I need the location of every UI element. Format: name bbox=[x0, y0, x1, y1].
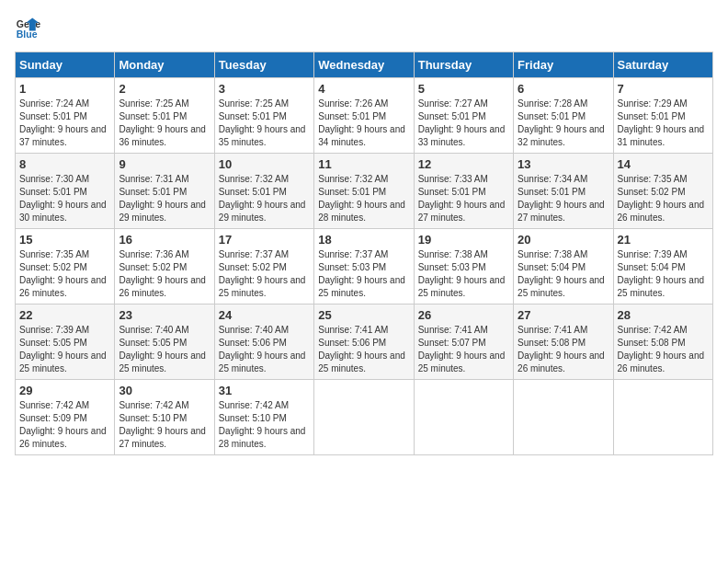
day-number: 17 bbox=[219, 233, 310, 247]
day-number: 24 bbox=[219, 308, 310, 322]
calendar-day-cell: 19 Sunrise: 7:38 AM Sunset: 5:03 PM Dayl… bbox=[414, 229, 513, 304]
day-number: 16 bbox=[119, 233, 210, 247]
weekday-header: Monday bbox=[115, 52, 214, 78]
calendar-day-cell: 22 Sunrise: 7:39 AM Sunset: 5:05 PM Dayl… bbox=[16, 304, 115, 380]
day-number: 21 bbox=[618, 233, 709, 247]
day-number: 27 bbox=[518, 308, 609, 322]
day-info: Sunrise: 7:28 AM Sunset: 5:01 PM Dayligh… bbox=[518, 98, 609, 149]
day-info: Sunrise: 7:24 AM Sunset: 5:01 PM Dayligh… bbox=[19, 98, 110, 149]
day-number: 12 bbox=[418, 157, 509, 171]
day-info: Sunrise: 7:32 AM Sunset: 5:01 PM Dayligh… bbox=[219, 173, 310, 224]
calendar-day-cell: 10 Sunrise: 7:32 AM Sunset: 5:01 PM Dayl… bbox=[214, 154, 313, 229]
calendar-day-cell: 27 Sunrise: 7:41 AM Sunset: 5:08 PM Dayl… bbox=[514, 304, 613, 380]
day-info: Sunrise: 7:38 AM Sunset: 5:04 PM Dayligh… bbox=[518, 248, 609, 300]
calendar-day-cell: 21 Sunrise: 7:39 AM Sunset: 5:04 PM Dayl… bbox=[613, 229, 712, 304]
weekday-header: Thursday bbox=[414, 52, 513, 78]
calendar-day-cell: 8 Sunrise: 7:30 AM Sunset: 5:01 PM Dayli… bbox=[16, 154, 115, 229]
calendar-day-cell: 31 Sunrise: 7:42 AM Sunset: 5:10 PM Dayl… bbox=[214, 380, 313, 455]
calendar-table: SundayMondayTuesdayWednesdayThursdayFrid… bbox=[15, 52, 713, 455]
calendar-day-cell: 4 Sunrise: 7:26 AM Sunset: 5:01 PM Dayli… bbox=[314, 78, 414, 154]
calendar-day-cell: 17 Sunrise: 7:37 AM Sunset: 5:02 PM Dayl… bbox=[214, 229, 313, 304]
calendar-day-cell: 23 Sunrise: 7:40 AM Sunset: 5:05 PM Dayl… bbox=[115, 304, 214, 380]
day-number: 9 bbox=[119, 157, 210, 171]
day-info: Sunrise: 7:41 AM Sunset: 5:06 PM Dayligh… bbox=[318, 324, 409, 375]
calendar-day-cell bbox=[514, 380, 613, 455]
calendar-day-cell: 6 Sunrise: 7:28 AM Sunset: 5:01 PM Dayli… bbox=[514, 78, 613, 154]
day-info: Sunrise: 7:39 AM Sunset: 5:04 PM Dayligh… bbox=[618, 248, 709, 300]
day-number: 14 bbox=[618, 157, 709, 171]
calendar-day-cell: 13 Sunrise: 7:34 AM Sunset: 5:01 PM Dayl… bbox=[514, 154, 613, 229]
calendar-day-cell: 5 Sunrise: 7:27 AM Sunset: 5:01 PM Dayli… bbox=[414, 78, 513, 154]
day-info: Sunrise: 7:41 AM Sunset: 5:07 PM Dayligh… bbox=[418, 324, 509, 375]
day-number: 5 bbox=[418, 82, 509, 96]
day-info: Sunrise: 7:37 AM Sunset: 5:03 PM Dayligh… bbox=[318, 248, 409, 300]
calendar-day-cell: 11 Sunrise: 7:32 AM Sunset: 5:01 PM Dayl… bbox=[314, 154, 414, 229]
day-info: Sunrise: 7:27 AM Sunset: 5:01 PM Dayligh… bbox=[418, 98, 509, 149]
calendar-day-cell bbox=[314, 380, 414, 455]
day-info: Sunrise: 7:37 AM Sunset: 5:02 PM Dayligh… bbox=[219, 248, 310, 300]
calendar-day-cell: 15 Sunrise: 7:35 AM Sunset: 5:02 PM Dayl… bbox=[16, 229, 115, 304]
weekday-header: Tuesday bbox=[214, 52, 313, 78]
day-number: 2 bbox=[119, 82, 210, 96]
day-info: Sunrise: 7:32 AM Sunset: 5:01 PM Dayligh… bbox=[318, 173, 409, 224]
day-info: Sunrise: 7:42 AM Sunset: 5:10 PM Dayligh… bbox=[219, 399, 310, 451]
calendar-day-cell: 9 Sunrise: 7:31 AM Sunset: 5:01 PM Dayli… bbox=[115, 154, 214, 229]
day-number: 18 bbox=[318, 233, 409, 247]
day-info: Sunrise: 7:40 AM Sunset: 5:06 PM Dayligh… bbox=[219, 324, 310, 375]
day-number: 28 bbox=[618, 308, 709, 322]
day-number: 26 bbox=[418, 308, 509, 322]
calendar-day-cell bbox=[613, 380, 712, 455]
calendar-day-cell: 18 Sunrise: 7:37 AM Sunset: 5:03 PM Dayl… bbox=[314, 229, 414, 304]
calendar-day-cell: 30 Sunrise: 7:42 AM Sunset: 5:10 PM Dayl… bbox=[115, 380, 214, 455]
day-info: Sunrise: 7:42 AM Sunset: 5:09 PM Dayligh… bbox=[19, 399, 110, 451]
calendar-day-cell: 14 Sunrise: 7:35 AM Sunset: 5:02 PM Dayl… bbox=[613, 154, 712, 229]
calendar-day-cell: 1 Sunrise: 7:24 AM Sunset: 5:01 PM Dayli… bbox=[16, 78, 115, 154]
day-info: Sunrise: 7:34 AM Sunset: 5:01 PM Dayligh… bbox=[518, 173, 609, 224]
calendar-day-cell bbox=[414, 380, 513, 455]
day-info: Sunrise: 7:25 AM Sunset: 5:01 PM Dayligh… bbox=[119, 98, 210, 149]
day-number: 20 bbox=[518, 233, 609, 247]
logo: General Blue bbox=[15, 15, 44, 40]
calendar-day-cell: 26 Sunrise: 7:41 AM Sunset: 5:07 PM Dayl… bbox=[414, 304, 513, 380]
day-number: 22 bbox=[19, 308, 110, 322]
day-number: 29 bbox=[19, 384, 110, 397]
calendar-day-cell: 7 Sunrise: 7:29 AM Sunset: 5:01 PM Dayli… bbox=[613, 78, 712, 154]
weekday-header: Wednesday bbox=[314, 52, 414, 78]
day-number: 11 bbox=[318, 157, 409, 171]
day-info: Sunrise: 7:30 AM Sunset: 5:01 PM Dayligh… bbox=[19, 173, 110, 224]
day-number: 30 bbox=[119, 384, 210, 397]
day-info: Sunrise: 7:42 AM Sunset: 5:10 PM Dayligh… bbox=[119, 399, 210, 451]
day-info: Sunrise: 7:33 AM Sunset: 5:01 PM Dayligh… bbox=[418, 173, 509, 224]
calendar-week-row: 15 Sunrise: 7:35 AM Sunset: 5:02 PM Dayl… bbox=[16, 229, 713, 304]
day-info: Sunrise: 7:35 AM Sunset: 5:02 PM Dayligh… bbox=[19, 248, 110, 300]
day-number: 4 bbox=[318, 82, 409, 96]
weekday-header: Sunday bbox=[16, 52, 115, 78]
weekday-header: Friday bbox=[514, 52, 613, 78]
day-info: Sunrise: 7:41 AM Sunset: 5:08 PM Dayligh… bbox=[518, 324, 609, 375]
logo-icon: General Blue bbox=[15, 15, 40, 40]
day-number: 6 bbox=[518, 82, 609, 96]
calendar-week-row: 29 Sunrise: 7:42 AM Sunset: 5:09 PM Dayl… bbox=[16, 380, 713, 455]
day-info: Sunrise: 7:35 AM Sunset: 5:02 PM Dayligh… bbox=[618, 173, 709, 224]
day-number: 19 bbox=[418, 233, 509, 247]
calendar-day-cell: 12 Sunrise: 7:33 AM Sunset: 5:01 PM Dayl… bbox=[414, 154, 513, 229]
weekday-header: Saturday bbox=[613, 52, 712, 78]
day-number: 23 bbox=[119, 308, 210, 322]
day-info: Sunrise: 7:36 AM Sunset: 5:02 PM Dayligh… bbox=[119, 248, 210, 300]
day-number: 10 bbox=[219, 157, 310, 171]
calendar-day-cell: 25 Sunrise: 7:41 AM Sunset: 5:06 PM Dayl… bbox=[314, 304, 414, 380]
day-info: Sunrise: 7:39 AM Sunset: 5:05 PM Dayligh… bbox=[19, 324, 110, 375]
calendar-day-cell: 2 Sunrise: 7:25 AM Sunset: 5:01 PM Dayli… bbox=[115, 78, 214, 154]
calendar-day-cell: 3 Sunrise: 7:25 AM Sunset: 5:01 PM Dayli… bbox=[214, 78, 313, 154]
day-number: 25 bbox=[318, 308, 409, 322]
day-number: 13 bbox=[518, 157, 609, 171]
calendar-week-row: 8 Sunrise: 7:30 AM Sunset: 5:01 PM Dayli… bbox=[16, 154, 713, 229]
day-number: 3 bbox=[219, 82, 310, 96]
day-number: 8 bbox=[19, 157, 110, 171]
calendar-day-cell: 16 Sunrise: 7:36 AM Sunset: 5:02 PM Dayl… bbox=[115, 229, 214, 304]
day-info: Sunrise: 7:29 AM Sunset: 5:01 PM Dayligh… bbox=[618, 98, 709, 149]
day-number: 1 bbox=[19, 82, 110, 96]
day-info: Sunrise: 7:40 AM Sunset: 5:05 PM Dayligh… bbox=[119, 324, 210, 375]
day-number: 15 bbox=[19, 233, 110, 247]
calendar-day-cell: 28 Sunrise: 7:42 AM Sunset: 5:08 PM Dayl… bbox=[613, 304, 712, 380]
